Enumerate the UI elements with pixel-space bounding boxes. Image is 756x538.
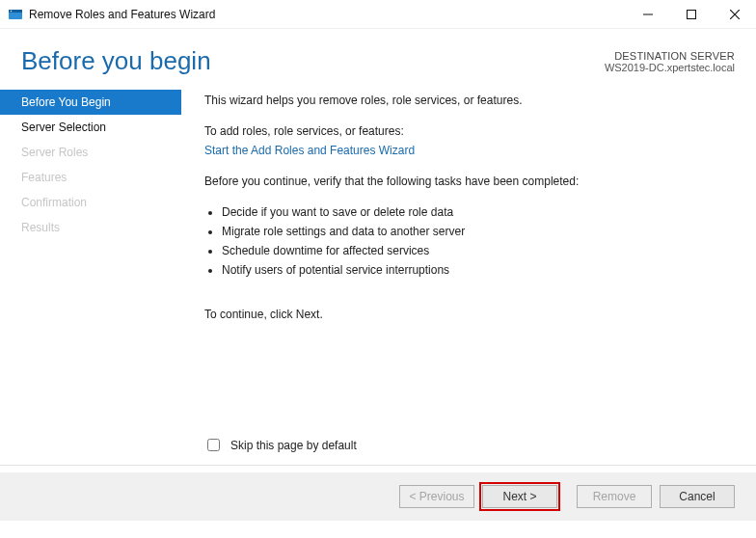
step-results: Results xyxy=(0,215,181,240)
step-server-roles: Server Roles xyxy=(0,140,181,165)
maximize-button[interactable] xyxy=(669,0,713,29)
skip-page-option[interactable]: Skip this page by default xyxy=(203,436,357,454)
task-item: Schedule downtime for affected services xyxy=(222,242,729,259)
step-server-selection[interactable]: Server Selection xyxy=(0,115,181,140)
wizard-header: Before you begin DESTINATION SERVER WS20… xyxy=(0,29,756,84)
skip-page-label: Skip this page by default xyxy=(230,439,357,452)
skip-page-checkbox[interactable] xyxy=(207,439,220,451)
svg-rect-4 xyxy=(687,10,695,18)
task-item: Decide if you want to save or delete rol… xyxy=(222,203,729,221)
wizard-content: This wizard helps you remove roles, role… xyxy=(181,84,756,470)
wizard-steps-sidebar: Before You Begin Server Selection Server… xyxy=(0,84,181,470)
destination-server: WS2019-DC.xpertstec.local xyxy=(605,62,735,73)
verify-text: Before you continue, verify that the fol… xyxy=(204,173,729,190)
close-button[interactable] xyxy=(713,0,756,29)
task-list: Decide if you want to save or delete rol… xyxy=(204,203,729,279)
page-title: Before you begin xyxy=(21,46,605,76)
titlebar: Remove Roles and Features Wizard xyxy=(0,0,756,29)
remove-button: Remove xyxy=(577,485,652,508)
continue-text: To continue, click Next. xyxy=(204,306,729,323)
footer-separator xyxy=(0,465,756,466)
window-title: Remove Roles and Features Wizard xyxy=(29,8,215,21)
wizard-footer: < Previous Next > Remove Cancel xyxy=(0,472,756,521)
destination-label: DESTINATION SERVER xyxy=(605,50,735,62)
previous-button: < Previous xyxy=(399,485,474,508)
start-add-wizard-link[interactable]: Start the Add Roles and Features Wizard xyxy=(204,144,415,157)
minimize-button[interactable] xyxy=(626,0,669,29)
step-features: Features xyxy=(0,165,181,190)
destination-info: DESTINATION SERVER WS2019-DC.xpertstec.l… xyxy=(605,46,735,73)
app-icon xyxy=(8,7,23,22)
svg-point-2 xyxy=(11,10,12,11)
step-before-you-begin[interactable]: Before You Begin xyxy=(0,90,181,115)
cancel-button[interactable]: Cancel xyxy=(660,485,735,508)
add-prompt: To add roles, role services, or features… xyxy=(204,122,729,140)
task-item: Notify users of potential service interr… xyxy=(222,261,729,279)
next-button[interactable]: Next > xyxy=(482,485,557,508)
intro-text: This wizard helps you remove roles, role… xyxy=(204,92,729,109)
task-item: Migrate role settings and data to anothe… xyxy=(222,223,729,240)
step-confirmation: Confirmation xyxy=(0,190,181,215)
